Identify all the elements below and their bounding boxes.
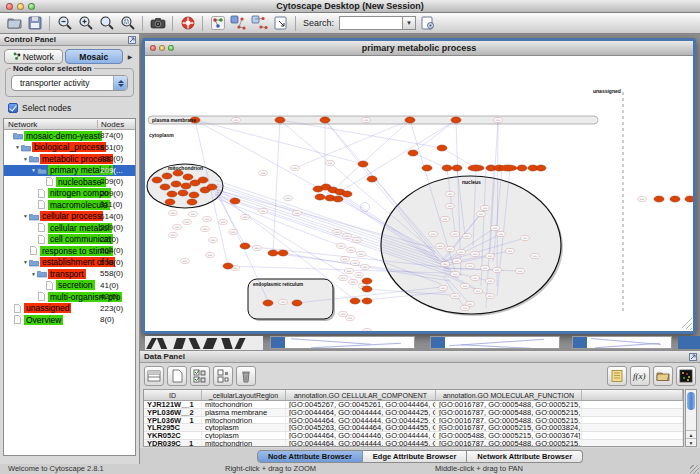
formula-icon[interactable]: f(x) [630,366,650,386]
network-node[interactable] [230,198,240,204]
tree-row[interactable]: ▼nucleobase-209(0) [4,176,135,188]
network-node[interactable] [362,286,372,292]
node-id-cell[interactable]: YKR052C [144,432,202,439]
expander-icon[interactable]: ▼ [30,167,37,173]
zoom-in-icon[interactable] [76,14,95,32]
network-node[interactable] [350,298,360,304]
node-color-select[interactable]: transporter activity [11,75,128,91]
snapshot-icon[interactable] [148,14,167,32]
network-node[interactable] [333,196,343,202]
attribute-cell[interactable]: [GO:0016787, GO:0005215, GO:0003824, G..… [436,424,582,431]
network-node[interactable] [189,192,199,198]
window-titlebar[interactable]: Cytoscape Desktop (New Session) [0,0,700,13]
network-node[interactable] [437,145,447,151]
tree-row[interactable]: ▼mosaic-demo-yeast874(0) [4,130,135,142]
network-node[interactable] [363,329,372,332]
background-window[interactable] [430,336,560,349]
new-attribute-icon[interactable] [167,366,187,386]
column-header[interactable]: _cellularLayoutRegion [202,390,286,400]
float-panel-icon[interactable] [128,36,136,44]
tree-row[interactable]: ▼response to stimul264(0) [4,245,135,257]
network-node[interactable] [517,165,527,171]
attribute-cell[interactable]: [GO:0045263, GO:0044464, GO:0044455, G..… [286,424,436,431]
network-node[interactable] [268,250,278,256]
layout-a-icon[interactable] [229,14,248,32]
network-node[interactable] [451,117,461,123]
attribute-cell[interactable] [582,417,683,424]
table-row[interactable]: YDR039C__1mitochondrion[GO:0044464, GO:0… [144,440,683,447]
attribute-cell[interactable]: cytoplasm [202,424,286,431]
tree-row[interactable]: ▼cell communicat22(0) [4,234,135,246]
table-scrollbar[interactable]: ▲ ▼ [685,389,697,447]
attribute-cell[interactable]: [GO:0005488, GO:0005215, GO:0003674] [436,432,582,439]
network-node[interactable] [223,263,233,269]
attribute-cell[interactable]: [GO:0016787, GO:0005488, GO:0005215, G..… [436,409,582,416]
zoom-selected-icon[interactable] [118,14,137,32]
network-node[interactable] [670,196,680,202]
tab-node-attribute-browser[interactable]: Node Attribute Browser [257,450,363,463]
tab-mosaic[interactable]: Mosaic [65,49,124,64]
search-dropdown-icon[interactable]: ▼ [403,16,416,30]
node-id-cell[interactable]: YJR121W__1 [144,401,202,408]
zoom-out-icon[interactable] [55,14,74,32]
background-window[interactable] [270,336,415,349]
network-node[interactable] [181,183,191,189]
tabs-overflow-icon[interactable]: ▶ [125,49,135,64]
float-panel-icon[interactable] [689,353,697,361]
tree-row[interactable]: ▼biological_process651(0) [4,142,135,154]
network-node[interactable] [320,117,330,123]
zoom-fit-icon[interactable] [97,14,116,32]
tree-row[interactable]: ▼Overview8(0) [4,314,135,326]
help-icon[interactable] [178,14,197,32]
attribute-cell[interactable]: [GO:0016787, GO:0005488, GO:0005215, G..… [436,440,582,447]
table-row[interactable]: YPL036W__2plasma membrane[GO:0044464, GO… [144,409,683,417]
scrollbar-thumb[interactable] [687,392,695,410]
tree-row[interactable]: ▼metabolic process280(0) [4,153,135,165]
attribute-cell[interactable] [582,409,683,416]
resize-grip[interactable] [690,465,699,474]
network-node[interactable] [183,174,193,180]
attribute-cell[interactable]: cytoplasm [202,432,286,439]
canvas-resize-grip[interactable] [682,318,692,330]
tree-row[interactable]: ▼nitrogen compo209(0) [4,188,135,200]
node-id-cell[interactable]: YLR295C [144,424,202,431]
tree-column-network[interactable]: Network [8,119,37,130]
attribute-cell[interactable] [582,440,683,447]
network-node[interactable] [405,117,415,123]
attribute-cell[interactable] [582,424,683,431]
expander-icon[interactable]: ▼ [22,259,29,265]
tab-network[interactable]: Network [4,49,63,64]
tree-row[interactable]: ▼transport558(0) [4,268,135,280]
unselect-attributes-icon[interactable] [213,366,233,386]
attribute-cell[interactable]: [GO:0044464, GO:0044446, GO:0044444, G..… [286,432,436,439]
network-node[interactable] [362,278,372,284]
network-node[interactable] [442,165,452,171]
tree-row[interactable]: ▼macromolecule311(0) [4,199,135,211]
network-node[interactable] [165,199,175,205]
attribute-cell[interactable]: [GO:0045267, GO:0045261, GO:0044464, G..… [286,401,436,408]
attribute-cell[interactable]: [GO:0016787, GO:0005488, GO:0005215, G..… [436,401,582,408]
attribute-cell[interactable] [582,401,683,408]
network-node[interactable] [178,190,188,196]
network-node[interactable] [468,165,484,171]
search-input[interactable] [339,16,403,30]
network-node[interactable] [162,173,172,179]
attribute-cell[interactable]: [GO:0044464, GO:0044444, GO:0044445, G..… [286,440,436,447]
network-node[interactable] [452,165,462,171]
attribute-cell[interactable] [582,432,683,439]
network-node[interactable] [275,117,285,123]
network-node[interactable] [315,194,325,200]
network-view-window[interactable]: primary metabolic process plasma membran… [142,38,696,334]
column-header[interactable]: annotation.GO CELLULAR_COMPONENT [286,390,436,400]
network-node[interactable] [499,165,517,171]
network-node[interactable] [367,176,377,182]
attribute-table-icon[interactable] [144,366,164,386]
search-advanced-icon[interactable] [418,14,437,32]
node-id-cell[interactable]: YPL036W__1 [144,417,202,424]
network-node[interactable] [654,196,664,202]
network-node[interactable] [198,177,208,183]
network-node[interactable] [187,199,197,205]
open-icon[interactable] [4,14,23,32]
attribute-cell[interactable]: [GO:0044464, GO:0044444, GO:0044425, G..… [286,417,436,424]
network-node[interactable] [358,161,368,167]
